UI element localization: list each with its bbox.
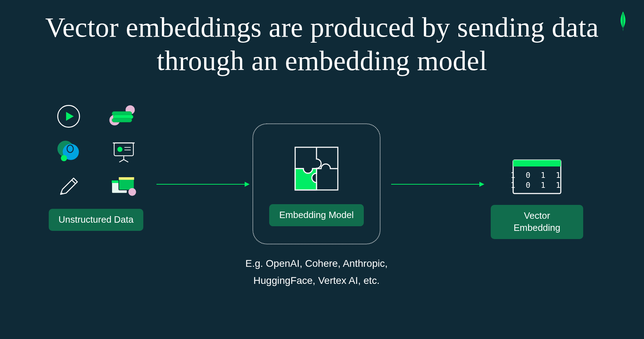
unstructured-data-label: Unstructured Data bbox=[49, 209, 144, 231]
svg-point-11 bbox=[117, 147, 122, 152]
play-icon bbox=[53, 102, 85, 131]
unstructured-data-block: Unstructured Data bbox=[44, 102, 148, 231]
embedding-model-block: Embedding Model bbox=[252, 123, 380, 244]
vector-embedding-block: 1 0 1 1 1 0 1 1 Vector Embedding bbox=[491, 157, 583, 239]
money-icon bbox=[108, 102, 140, 131]
presentation-icon bbox=[108, 138, 140, 166]
embedding-model-label: Embedding Model bbox=[269, 204, 364, 226]
data-icons-grid bbox=[44, 102, 148, 202]
puzzle-icon bbox=[290, 142, 343, 195]
svg-text:1 0 1 1: 1 0 1 1 bbox=[511, 171, 564, 180]
svg-rect-25 bbox=[513, 160, 561, 166]
svg-point-8 bbox=[61, 155, 67, 161]
svg-line-17 bbox=[71, 180, 75, 184]
svg-text:1 0 1 1: 1 0 1 1 bbox=[511, 181, 564, 190]
chat-icon bbox=[53, 138, 85, 166]
arrow-to-vector bbox=[391, 184, 480, 185]
examples-line2: HuggingFace, Vertex AI, etc. bbox=[220, 272, 413, 289]
arrow-to-model bbox=[156, 184, 245, 185]
vector-embedding-label: Vector Embedding bbox=[491, 205, 583, 239]
dotted-container: Embedding Model bbox=[252, 123, 380, 244]
binary-matrix-icon: 1 0 1 1 1 0 1 1 bbox=[510, 157, 564, 196]
diagram-container: Unstructured Data Embedding Model 1 0 1 … bbox=[0, 102, 644, 273]
svg-rect-5 bbox=[112, 118, 132, 122]
page-title: Vector embeddings are produced by sendin… bbox=[0, 0, 644, 77]
model-examples-text: E.g. OpenAI, Cohere, Anthropic, HuggingF… bbox=[220, 255, 413, 289]
svg-rect-9 bbox=[114, 143, 133, 156]
leaf-icon bbox=[618, 11, 628, 32]
svg-point-22 bbox=[128, 188, 136, 196]
pencil-icon bbox=[53, 173, 85, 202]
svg-line-15 bbox=[119, 160, 124, 162]
screens-icon bbox=[108, 173, 140, 202]
examples-line1: E.g. OpenAI, Cohere, Anthropic, bbox=[220, 255, 413, 272]
svg-rect-21 bbox=[119, 177, 134, 180]
svg-line-16 bbox=[124, 160, 128, 162]
